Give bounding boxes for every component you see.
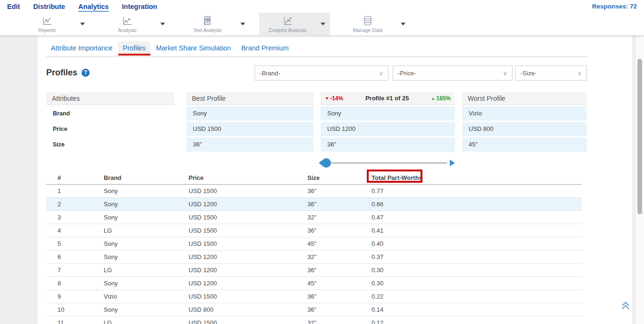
cell-number: 5	[46, 237, 104, 251]
trend-chart-icon	[122, 14, 133, 27]
attribute-label-price: Price	[46, 122, 174, 136]
table-row[interactable]: 6 Sony USD 1200 32" 0.37	[46, 251, 582, 264]
reports-dropdown-caret[interactable]	[75, 13, 90, 35]
column-header-brand[interactable]: Brand	[104, 171, 189, 185]
table-row[interactable]: 8 Sony USD 1200 45" 0.30	[46, 277, 582, 290]
cell-brand: Sony	[104, 185, 189, 198]
cell-total-part-worths: 0.77	[372, 185, 582, 198]
size-select[interactable]: -Size- ∨	[515, 65, 587, 81]
cell-brand: Sony	[104, 198, 189, 211]
analysis-button[interactable]: Analysis	[99, 13, 156, 35]
table-row[interactable]: 4 LG USD 1500 36" 0.41	[46, 224, 582, 237]
cell-brand: Sony	[104, 303, 189, 316]
cell-size: 36"	[307, 185, 372, 198]
cell-number: 2	[46, 198, 104, 211]
cell-brand: Sony	[104, 277, 189, 290]
cell-price: USD 1200	[189, 198, 307, 211]
table-header-row: # Brand Price Size Total Part-Worths	[46, 171, 582, 185]
cell-price: USD 1200	[189, 251, 307, 264]
responses-count[interactable]: Responses: 72	[592, 3, 644, 10]
price-select[interactable]: -Price- ∨	[393, 65, 512, 81]
best-profile-card: Best Profile Sony USD 1500 36"	[186, 92, 314, 152]
current-profile-card: ▼-14% Profile #1 of 25 ▲185% Sony USD 12…	[321, 92, 455, 152]
conjoint-tabs: Attribute Importance Profiles Market Sha…	[46, 41, 293, 56]
nav-item-edit[interactable]: Edit	[7, 3, 20, 10]
cell-brand: Vizio	[104, 290, 189, 303]
slider-track[interactable]	[325, 162, 447, 164]
table-row[interactable]: 10 Sony USD 800 36" 0.14	[46, 303, 582, 316]
best-profile-brand: Sony	[186, 106, 314, 121]
worst-profile-card: Worst Profile Vizio USD 800 45"	[462, 92, 587, 152]
cell-price: USD 800	[189, 303, 307, 316]
profile-slider	[321, 158, 455, 168]
double-chevron-up-icon	[619, 300, 632, 312]
brand-select[interactable]: -Brand- ∨	[255, 65, 388, 81]
cell-brand: LG	[104, 224, 189, 237]
cell-price: USD 1500	[189, 185, 307, 198]
current-profile-price: USD 1200	[321, 122, 455, 136]
scroll-to-top-button[interactable]	[619, 300, 632, 312]
best-profile-size: 36"	[186, 138, 314, 152]
column-header-size[interactable]: Size	[307, 171, 372, 185]
table-row[interactable]: 7 LG USD 1200 36" 0.30	[46, 264, 582, 277]
column-header-number[interactable]: #	[46, 171, 104, 185]
scrollbar-thumb[interactable]	[637, 59, 642, 214]
toolbar-item-analysis: Analysis	[99, 13, 170, 35]
cell-number: 1	[46, 185, 104, 198]
attribute-label-brand: Brand	[46, 106, 174, 121]
conjoint-analysis-dropdown-caret[interactable]	[316, 13, 330, 35]
annotation-highlight-box	[367, 170, 422, 183]
slider-next-arrow-icon[interactable]	[450, 160, 455, 166]
text-document-icon	[202, 14, 213, 27]
attribute-label-size: Size	[46, 138, 174, 152]
column-header-price[interactable]: Price	[189, 171, 307, 185]
slider-handle[interactable]	[322, 158, 331, 168]
cell-total-part-worths: 0.47	[372, 211, 582, 224]
table-row[interactable]: 2 Sony USD 1200 36" 0.66	[46, 198, 582, 211]
page-title: Profiles	[46, 68, 77, 78]
chevron-down-icon: ∨	[379, 70, 383, 77]
table-row[interactable]: 9 Vizio USD 1500 36" 0.22	[46, 290, 582, 303]
cell-size: 45"	[307, 277, 372, 290]
nav-item-analytics[interactable]: Analytics	[78, 3, 108, 10]
tab-attribute-importance[interactable]: Attribute Importance	[46, 41, 117, 56]
tab-profiles[interactable]: Profiles	[118, 41, 150, 56]
table-row[interactable]: 3 Sony USD 1500 32" 0.47	[46, 211, 582, 224]
reports-button[interactable]: Reports	[19, 13, 75, 35]
cell-size: 45"	[307, 237, 372, 251]
best-profile-price: USD 1500	[186, 122, 314, 136]
cell-price: USD 1500	[189, 224, 307, 237]
cell-number: 9	[46, 290, 104, 303]
attributes-card: Attributes Brand Price Size	[46, 92, 174, 152]
worst-profile-brand: Vizio	[462, 106, 587, 121]
worst-profile-size: 45"	[462, 138, 587, 152]
table-row[interactable]: 1 Sony USD 1500 36" 0.77	[46, 185, 582, 198]
scatter-chart-icon	[282, 14, 293, 27]
nav-item-distribute[interactable]: Distribute	[33, 3, 65, 10]
caret-down-icon	[80, 23, 85, 25]
cell-total-part-worths: 0.40	[372, 237, 582, 251]
tabs-divider	[46, 57, 587, 57]
manage-data-dropdown-caret[interactable]	[396, 13, 410, 35]
current-profile-header: ▼-14% Profile #1 of 25 ▲185%	[321, 92, 455, 105]
top-nav: Edit Distribute Analytics Integration Re…	[0, 0, 644, 13]
nav-item-integration[interactable]: Integration	[122, 3, 157, 10]
cell-number: 4	[46, 224, 104, 237]
conjoint-analysis-button[interactable]: Conjoint Analysis	[259, 13, 316, 35]
help-icon[interactable]: ?	[82, 69, 90, 77]
current-profile-size: 36"	[321, 138, 455, 152]
analysis-dropdown-caret[interactable]	[156, 13, 170, 35]
manage-data-button[interactable]: Manage Data	[339, 13, 396, 35]
text-analysis-button[interactable]: Text Analysis	[179, 13, 236, 35]
cell-price: USD 1500	[189, 211, 307, 224]
table-row[interactable]: 5 Sony USD 1500 45" 0.40	[46, 237, 582, 251]
cell-size: 32"	[307, 251, 372, 264]
cell-brand: Sony	[104, 211, 189, 224]
table-row[interactable]: 11 LG USD 1500 32" 0.12	[46, 316, 582, 324]
tab-brand-premium[interactable]: Brand Premium	[237, 41, 294, 56]
text-analysis-dropdown-caret[interactable]	[236, 13, 250, 35]
tab-market-share-simulation[interactable]: Market Share Simulation	[151, 41, 236, 56]
cell-size: 36"	[307, 290, 372, 303]
cell-size: 36"	[307, 303, 372, 316]
current-profile-brand: Sony	[321, 106, 455, 121]
